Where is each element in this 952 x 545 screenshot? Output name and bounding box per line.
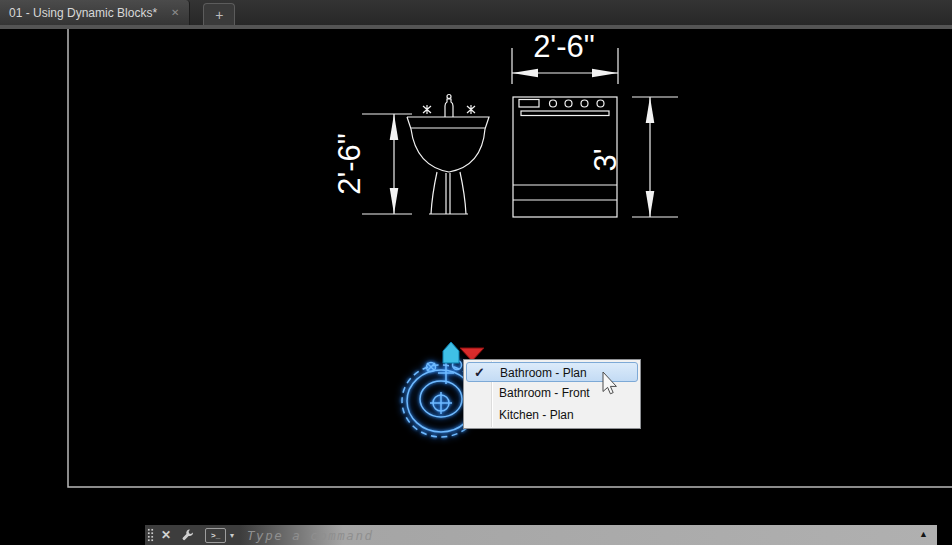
menu-item-label: Bathroom - Front	[499, 386, 590, 400]
sink-front-drawing	[407, 95, 489, 215]
dim-text-sink-height: 2'-6"	[332, 133, 367, 195]
command-input[interactable]	[245, 527, 809, 544]
checkmark-icon: ✓	[474, 363, 485, 383]
chevron-down-icon[interactable]: ▾	[230, 531, 234, 540]
file-tab-bar: 01 - Using Dynamic Blocks* ✕ +	[0, 0, 952, 25]
command-bar: ✕ >_ ▾ ▲	[145, 525, 937, 545]
dimension-sink-height	[362, 114, 412, 214]
menu-item-label: Kitchen - Plan	[499, 408, 574, 422]
close-icon[interactable]: ✕	[161, 528, 171, 542]
dimension-stove-height	[632, 97, 678, 217]
menu-item-bathroom-front[interactable]: Bathroom - Front	[464, 382, 640, 404]
drag-handle[interactable]	[147, 528, 154, 542]
tab-close-icon[interactable]: ✕	[171, 8, 179, 18]
lookup-context-menu: ✓ Bathroom - Plan Bathroom - Front Kitch…	[463, 359, 641, 429]
file-tab[interactable]: 01 - Using Dynamic Blocks* ✕	[0, 0, 190, 25]
menu-item-bathroom-plan[interactable]: ✓ Bathroom - Plan	[466, 362, 638, 382]
autocad-window: 01 - Using Dynamic Blocks* ✕ + 2'-6" 2'-…	[0, 0, 952, 545]
expand-up-icon[interactable]: ▲	[919, 530, 928, 539]
tab-bar-bottom-strip	[0, 25, 952, 29]
grip-arrow-icon[interactable]	[443, 342, 459, 363]
menu-item-label: Bathroom - Plan	[500, 366, 587, 380]
menu-item-kitchen-plan[interactable]: Kitchen - Plan	[464, 404, 640, 426]
dim-text-stove-height: 3'	[588, 148, 623, 171]
file-tab-label: 01 - Using Dynamic Blocks*	[9, 6, 157, 20]
command-prompt-icon[interactable]: >_	[205, 528, 226, 543]
customize-wrench-icon[interactable]	[180, 528, 195, 543]
drawing-canvas[interactable]: 2'-6" 2'-6"	[0, 0, 952, 545]
dim-text-stove-width: 2'-6"	[533, 29, 595, 64]
new-tab-button[interactable]: +	[203, 3, 235, 25]
